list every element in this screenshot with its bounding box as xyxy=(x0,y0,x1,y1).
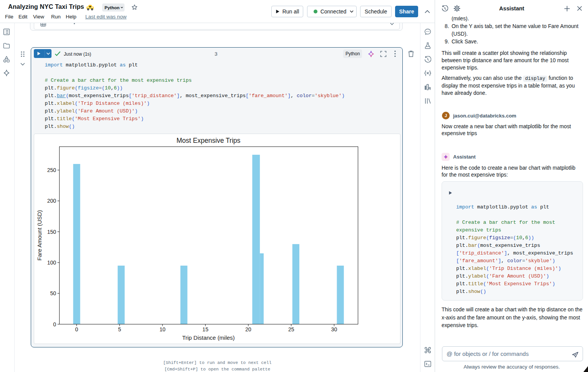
svg-text:30: 30 xyxy=(331,326,337,332)
svg-text:Trip Distance (miles): Trip Distance (miles) xyxy=(182,334,235,341)
svg-text:200: 200 xyxy=(47,198,56,204)
svg-text:10: 10 xyxy=(159,326,166,332)
svg-text:Most Expensive Trips: Most Expensive Trips xyxy=(176,137,241,144)
svg-text:15: 15 xyxy=(203,326,209,332)
svg-text:0: 0 xyxy=(75,326,78,332)
svg-text:5: 5 xyxy=(118,326,121,332)
svg-text:100: 100 xyxy=(47,260,56,266)
svg-text:25: 25 xyxy=(288,326,294,332)
svg-text:150: 150 xyxy=(47,229,56,235)
svg-text:Fare Amount (USD): Fare Amount (USD) xyxy=(36,210,43,261)
svg-text:0: 0 xyxy=(53,321,56,327)
svg-text:250: 250 xyxy=(47,167,56,173)
svg-text:50: 50 xyxy=(50,290,56,296)
svg-text:20: 20 xyxy=(245,326,251,332)
